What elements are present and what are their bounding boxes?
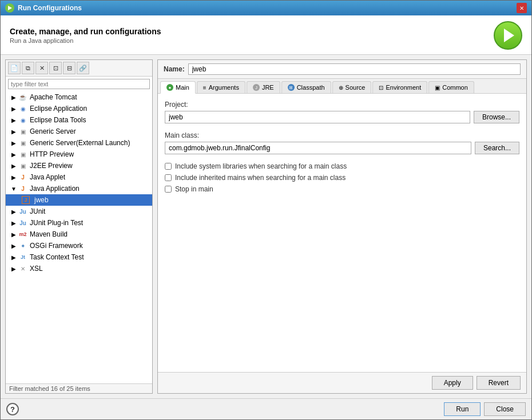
- link-button[interactable]: 🔗: [77, 62, 89, 74]
- tree-item-label: Eclipse Data Tools: [30, 116, 86, 124]
- tree-item-label: Apache Tomcat: [30, 93, 77, 101]
- tab-main-label: Main: [176, 84, 189, 91]
- header-subtitle: Run a Java application: [10, 37, 161, 44]
- common-tab-icon: ▣: [435, 85, 440, 91]
- tomcat-icon: ☕: [18, 93, 27, 102]
- tab-classpath-label: Classpath: [297, 84, 325, 91]
- http-icon: ▣: [18, 150, 27, 159]
- expand-arrow: ▶: [10, 117, 17, 123]
- java-app-icon: J: [18, 184, 27, 193]
- tab-common[interactable]: ▣ Common: [428, 81, 474, 93]
- project-label: Project:: [165, 101, 519, 109]
- tree-item-generic-server-ext[interactable]: ▶ ▣ Generic Server(External Launch): [6, 137, 152, 149]
- include-system-checkbox[interactable]: [165, 163, 172, 170]
- close-button[interactable]: Close: [484, 402, 526, 416]
- source-tab-icon: ⊕: [339, 85, 343, 91]
- tree-item-label: JUnit: [30, 207, 45, 215]
- tree-item-apache-tomcat[interactable]: ▶ ☕ Apache Tomcat: [6, 91, 152, 103]
- revert-button[interactable]: Revert: [477, 376, 521, 390]
- svg-marker-0: [8, 6, 12, 10]
- tab-arguments[interactable]: ≡ Arguments: [197, 81, 245, 93]
- tree-item-label: Generic Server(External Launch): [30, 139, 130, 147]
- include-system-row: Include system libraries when searching …: [165, 162, 519, 170]
- include-inherited-label: Include inherited mains when searching f…: [175, 174, 346, 182]
- tree-item-java-application[interactable]: ▼ J Java Application: [6, 183, 152, 194]
- main-content: 📄 ⧉ ✕ ⊡ ⊟ 🔗 ▶ ☕ Apache Tomcat ▶ ◉ Eclips…: [1, 55, 531, 398]
- delete-button[interactable]: ✕: [35, 62, 48, 74]
- main-class-label: Main class:: [165, 131, 519, 139]
- tab-classpath[interactable]: ⊞ Classpath: [281, 81, 331, 93]
- filter-button[interactable]: ⊡: [49, 62, 62, 74]
- tab-jre[interactable]: J JRE: [247, 81, 280, 93]
- run-action-button[interactable]: Run: [444, 402, 481, 416]
- include-system-label: Include system libraries when searching …: [175, 162, 347, 170]
- jre-tab-icon: J: [253, 84, 260, 91]
- main-class-search-button[interactable]: Search...: [475, 142, 519, 154]
- footer: ? Run Close: [1, 398, 531, 419]
- main-class-row: Search...: [165, 142, 519, 154]
- expand-arrow: ▶: [10, 242, 17, 249]
- tree-item-jweb[interactable]: J jweb: [6, 194, 152, 206]
- duplicate-button[interactable]: ⧉: [22, 62, 34, 74]
- tab-main[interactable]: ● Main: [160, 81, 196, 94]
- project-group: Project: Browse...: [165, 101, 519, 123]
- tree-item-osgi[interactable]: ▶ ✦ OSGi Framework: [6, 240, 152, 251]
- window-icon: [5, 3, 14, 13]
- xsl-icon: ✕: [18, 264, 27, 273]
- tab-source[interactable]: ⊕ Source: [332, 81, 372, 93]
- stop-in-main-row: Stop in main: [165, 185, 519, 193]
- title-bar-left: Run Configurations: [5, 3, 82, 13]
- tree-item-j2ee[interactable]: ▶ ▣ J2EE Preview: [6, 160, 152, 171]
- tab-common-label: Common: [442, 84, 468, 91]
- expand-arrow: ▶: [10, 254, 17, 261]
- main-class-input[interactable]: [165, 142, 471, 154]
- config-name-input[interactable]: [188, 63, 521, 75]
- run-icon: [504, 29, 514, 42]
- tree-item-http-preview[interactable]: ▶ ▣ HTTP Preview: [6, 149, 152, 160]
- right-panel: Name: ● Main ≡ Arguments J JRE ⊞: [157, 59, 527, 394]
- expand-arrow: ▶: [10, 174, 17, 181]
- apply-button[interactable]: Apply: [432, 376, 473, 390]
- expand-arrow: ▶: [10, 265, 17, 272]
- tree-item-generic-server[interactable]: ▶ ▣ Generic Server: [6, 126, 152, 137]
- tab-main-content: Project: Browse... Main class: Search...: [158, 94, 526, 372]
- run-button[interactable]: [494, 21, 522, 50]
- junit-plugin-icon: Ju: [18, 218, 27, 227]
- include-inherited-checkbox[interactable]: [165, 174, 172, 181]
- eclipse-data-icon: ◉: [18, 115, 27, 125]
- bottom-bar: Apply Revert: [158, 372, 526, 393]
- left-panel: 📄 ⧉ ✕ ⊡ ⊟ 🔗 ▶ ☕ Apache Tomcat ▶ ◉ Eclips…: [5, 59, 153, 394]
- expand-arrow: ▶: [10, 231, 17, 238]
- status-bar: Filter matched 16 of 25 items: [6, 383, 152, 393]
- tree-item-task-context[interactable]: ▶ Jt Task Context Test: [6, 251, 152, 263]
- tree-item-maven[interactable]: ▶ m2 Maven Build: [6, 229, 152, 240]
- title-bar: Run Configurations ✕: [1, 1, 531, 15]
- project-input[interactable]: [165, 111, 470, 123]
- close-window-button[interactable]: ✕: [517, 3, 527, 13]
- tab-jre-label: JRE: [262, 84, 274, 91]
- tree-item-label: Generic Server: [30, 127, 76, 135]
- tree-item-xsl[interactable]: ▶ ✕ XSL: [6, 263, 152, 274]
- tree-item-label: JUnit Plug-in Test: [30, 219, 83, 227]
- expand-arrow: ▶: [10, 162, 17, 169]
- tree-item-label: XSL: [30, 265, 43, 273]
- tree-item-junit[interactable]: ▶ Ju JUnit: [6, 206, 152, 217]
- help-button[interactable]: ?: [6, 403, 19, 415]
- tree-item-label: jweb: [34, 196, 49, 204]
- stop-in-main-checkbox[interactable]: [165, 186, 172, 193]
- left-toolbar: 📄 ⧉ ✕ ⊡ ⊟ 🔗: [6, 60, 152, 77]
- filter-input[interactable]: [8, 79, 150, 89]
- new-config-button[interactable]: 📄: [8, 62, 21, 74]
- main-tab-icon: ●: [166, 84, 173, 91]
- project-browse-button[interactable]: Browse...: [474, 111, 519, 123]
- header-section: Create, manage, and run configurations R…: [1, 15, 531, 55]
- collapse-button[interactable]: ⊟: [63, 62, 76, 74]
- tree-item-junit-plugin[interactable]: ▶ Ju JUnit Plug-in Test: [6, 217, 152, 229]
- tree-item-label: Task Context Test: [30, 253, 84, 261]
- expand-arrow: ▶: [10, 105, 17, 112]
- tree-item-eclipse-application[interactable]: ▶ ◉ Eclipse Application: [6, 103, 152, 114]
- tab-environment[interactable]: ⊡ Environment: [372, 81, 427, 93]
- tree-item-java-applet[interactable]: ▶ J Java Applet: [6, 171, 152, 183]
- tree-item-eclipse-data-tools[interactable]: ▶ ◉ Eclipse Data Tools: [6, 114, 152, 126]
- expand-arrow: ▶: [10, 139, 17, 146]
